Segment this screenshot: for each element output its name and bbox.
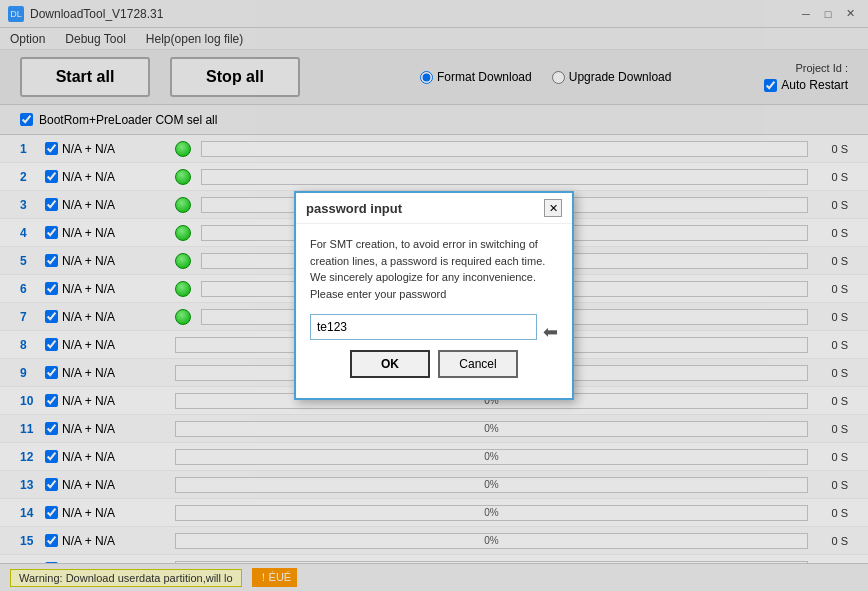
password-dialog: password input ✕ For SMT creation, to av… (294, 191, 574, 400)
modal-title: password input (306, 201, 402, 216)
arrow-icon: ⬅ (543, 321, 558, 343)
password-input-row: ⬅ (310, 314, 558, 350)
modal-overlay: password input ✕ For SMT creation, to av… (0, 0, 868, 591)
modal-message: For SMT creation, to avoid error in swit… (310, 236, 558, 302)
cancel-button[interactable]: Cancel (438, 350, 518, 378)
modal-close-button[interactable]: ✕ (544, 199, 562, 217)
modal-body: For SMT creation, to avoid error in swit… (296, 224, 572, 398)
password-input[interactable] (310, 314, 537, 340)
modal-title-bar: password input ✕ (296, 193, 572, 224)
modal-buttons: OK Cancel (310, 350, 558, 390)
ok-button[interactable]: OK (350, 350, 430, 378)
